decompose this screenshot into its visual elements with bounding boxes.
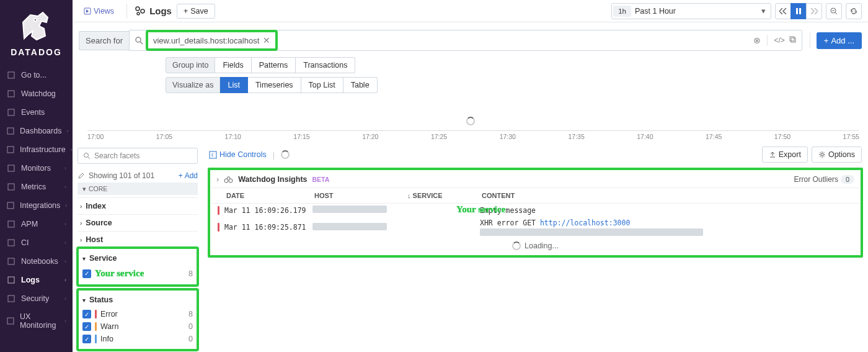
sidebar-item-events[interactable]: Events	[0, 103, 73, 122]
svg-point-16	[136, 7, 140, 11]
checkbox-icon[interactable]: ✓	[82, 310, 91, 318]
loading-row: Loading...	[211, 238, 859, 254]
svg-point-18	[137, 12, 140, 15]
copy-icon[interactable]	[789, 35, 797, 45]
svg-point-22	[136, 37, 141, 42]
time-range-picker[interactable]: 1h Past 1 Hour ▾	[611, 3, 771, 19]
save-button[interactable]: + Save	[177, 4, 215, 19]
group-pill-patterns[interactable]: Patterns	[252, 57, 296, 73]
hide-controls-button[interactable]: Hide Controls	[209, 150, 267, 159]
refresh-button[interactable]	[846, 3, 862, 19]
facet-status-warn[interactable]: ✓ Warn 0	[80, 320, 195, 333]
sidebar-item-logs[interactable]: Logs›	[0, 271, 73, 289]
facet-status-header[interactable]: ▾ Status	[80, 292, 195, 308]
logo: DATADOG	[0, 5, 73, 66]
time-forward-button[interactable]	[806, 3, 822, 19]
export-button[interactable]: Export	[762, 147, 808, 163]
code-view-icon[interactable]: </>	[774, 36, 784, 45]
svg-rect-2	[8, 91, 14, 97]
fastforward-icon	[810, 8, 818, 14]
search-label: Search for	[79, 31, 129, 50]
infinity-icon	[6, 238, 16, 248]
add-button[interactable]: + Add ...	[817, 32, 862, 49]
group-pill-fields[interactable]: Fields	[215, 57, 251, 73]
sidebar-item-notebooks[interactable]: Notebooks›	[0, 252, 73, 271]
facet-add-button[interactable]: + Add	[179, 171, 198, 180]
search-input[interactable]: view.url_details.host:localhost ✕ ⊗ </>	[129, 30, 802, 51]
viz-pill-table[interactable]: Table	[343, 77, 378, 93]
sidebar-item-ux-monitoring[interactable]: UX Monitoring›	[0, 308, 73, 334]
chevron-right-icon: ›	[64, 277, 66, 283]
views-icon	[84, 7, 91, 15]
svg-point-25	[84, 153, 89, 158]
clear-icon[interactable]: ⊗	[753, 35, 761, 45]
sidebar-item-security[interactable]: Security›	[0, 289, 73, 308]
logs-icon	[6, 275, 16, 285]
zoom-out-icon	[830, 7, 838, 15]
row-host	[312, 223, 405, 232]
sidebar-item-monitors[interactable]: Monitors›	[0, 159, 73, 178]
col-date[interactable]: DATE	[221, 192, 314, 199]
plus-icon: +	[184, 7, 188, 16]
svg-rect-9	[8, 221, 14, 227]
facet-group-index[interactable]: ›Index	[78, 197, 198, 214]
sidebar-item-apm[interactable]: APM›	[0, 215, 73, 233]
facet-section-core[interactable]: ▾ CORE	[78, 183, 198, 195]
sidebar-item-watchdog[interactable]: Watchdog	[0, 84, 73, 103]
chevron-down-icon: ▾	[82, 255, 86, 262]
sidebar-item-ci[interactable]: CI›	[0, 233, 73, 252]
chevron-right-icon: ›	[64, 240, 66, 246]
checkbox-icon[interactable]: ✓	[82, 322, 91, 331]
chevron-right-icon: ›	[64, 165, 66, 171]
sidebar-item-dashboards[interactable]: Dashboards›	[0, 122, 73, 140]
time-back-button[interactable]	[775, 3, 791, 19]
close-icon[interactable]: ✕	[263, 35, 270, 45]
table-row[interactable]: Mar 11 16:09:26.179 Empty message	[211, 204, 859, 217]
chevron-right-icon: ›	[65, 202, 67, 209]
loading-spinner-icon	[281, 150, 290, 159]
viz-pill-timeseries[interactable]: Timeseries	[248, 77, 301, 93]
facet-status-error[interactable]: ✓ Error 8	[80, 308, 195, 320]
table-row[interactable]: Mar 11 16:09:25.871 XHR error GET http:/…	[211, 217, 859, 238]
search-tag[interactable]: view.url_details.host:localhost ✕	[147, 31, 277, 50]
axis-tick: 17:25	[431, 133, 447, 142]
results-toolbar: Hide Controls | Export Options	[203, 142, 868, 168]
chevron-down-icon: ▾	[756, 6, 771, 16]
svg-rect-6	[8, 165, 14, 171]
facet-service-box: ▾ Service ✓ Your service 8	[78, 248, 198, 286]
sidebar-item-infrastructure[interactable]: Infrastructure›	[0, 140, 73, 159]
chevron-right-icon: ›	[64, 258, 66, 264]
row-content: Empty message	[480, 206, 853, 215]
checkbox-icon[interactable]: ✓	[82, 269, 91, 278]
viz-pill-list[interactable]: List	[220, 77, 247, 93]
group-pill-transactions[interactable]: Transactions	[296, 57, 355, 73]
pencil-icon	[78, 172, 85, 179]
svg-rect-12	[8, 277, 14, 283]
facet-group-host[interactable]: ›Host	[78, 231, 198, 248]
facet-group-source[interactable]: ›Source	[78, 214, 198, 231]
facet-search-input[interactable]: Search facets	[78, 148, 198, 164]
col-service[interactable]: ↓ SERVICE	[407, 192, 482, 199]
rewind-icon	[779, 8, 787, 14]
page-title: Logs	[135, 6, 172, 17]
time-pause-button[interactable]	[790, 3, 807, 19]
visualize-row: Visualize as ListTimeseriesTop ListTable	[73, 77, 868, 97]
options-button[interactable]: Options	[812, 147, 862, 163]
zoom-out-button[interactable]	[826, 3, 842, 19]
sidebar-item-metrics[interactable]: Metrics›	[0, 178, 73, 196]
facet-service-item[interactable]: ✓ Your service 8	[80, 266, 195, 281]
axis-tick: 17:15	[293, 133, 309, 142]
svg-point-27	[821, 153, 823, 156]
sidebar-item-integrations[interactable]: Integrations›	[0, 196, 73, 215]
viz-pill-top-list[interactable]: Top List	[301, 77, 343, 93]
col-host[interactable]: HOST	[314, 192, 407, 199]
sidebar-item-go-to-[interactable]: Go to...	[0, 66, 73, 84]
facet-service-header[interactable]: ▾ Service	[80, 250, 195, 266]
facet-status-info[interactable]: ✓ Info 0	[80, 333, 195, 345]
collapse-icon	[209, 151, 217, 159]
calendar-icon	[6, 107, 16, 117]
col-content[interactable]: CONTENT	[482, 192, 853, 199]
chevron-right-icon[interactable]: ›	[216, 175, 219, 184]
checkbox-icon[interactable]: ✓	[82, 335, 91, 343]
views-button[interactable]: Views	[79, 4, 119, 18]
